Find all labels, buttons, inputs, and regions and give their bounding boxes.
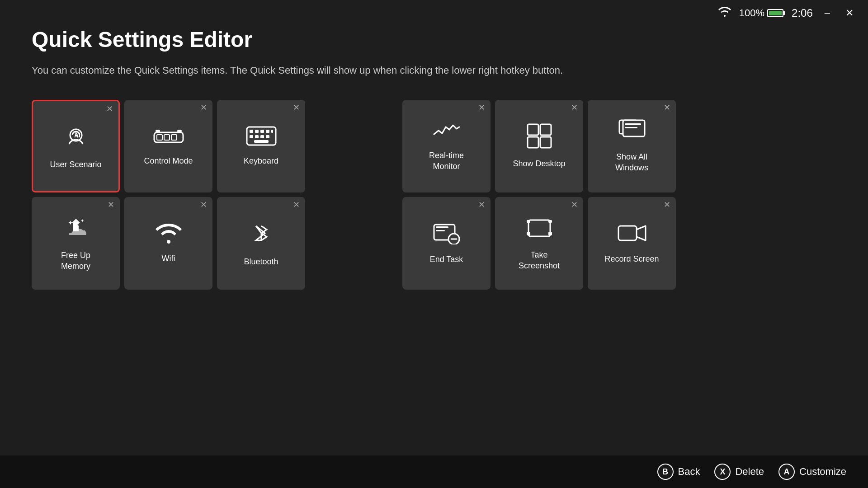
close-bluetooth[interactable]: ✕ — [293, 201, 300, 209]
battery-indicator: 100% — [739, 7, 783, 19]
free-up-memory-icon: ✦ ✦ ✦ — [63, 215, 89, 244]
svg-rect-11 — [260, 130, 264, 133]
close-show-desktop[interactable]: ✕ — [571, 103, 578, 112]
minimize-button[interactable]: – — [821, 5, 834, 21]
battery-box — [767, 9, 783, 17]
show-all-windows-icon — [618, 119, 646, 145]
grid-item-control-mode[interactable]: ✕ Control Mode — [124, 100, 212, 192]
svg-rect-5 — [171, 135, 177, 140]
record-screen-label: Record Screen — [604, 254, 659, 264]
bluetooth-label: Bluetooth — [244, 257, 278, 267]
take-screenshot-label: TakeScreenshot — [519, 250, 560, 271]
page-content: Quick Settings Editor You can customize … — [0, 0, 868, 290]
record-screen-icon — [618, 222, 646, 248]
end-task-icon — [433, 222, 460, 248]
svg-rect-39 — [548, 232, 552, 235]
svg-rect-26 — [625, 127, 637, 128]
show-desktop-icon — [527, 123, 552, 152]
realtime-monitor-icon — [432, 121, 461, 144]
delete-action[interactable]: X Delete — [714, 464, 764, 480]
back-label: Back — [678, 466, 700, 478]
svg-rect-17 — [266, 135, 269, 138]
grid-item-free-up-memory[interactable]: ✕ ✦ ✦ ✦ Free UpMemory — [32, 197, 120, 290]
svg-rect-37 — [548, 220, 552, 223]
close-take-screenshot[interactable]: ✕ — [571, 201, 578, 209]
svg-text:✦: ✦ — [80, 218, 84, 223]
user-scenario-label: User Scenario — [50, 160, 101, 170]
battery-fill — [769, 11, 782, 15]
back-action[interactable]: B Back — [657, 464, 700, 480]
grid-gap-2 — [310, 197, 398, 290]
svg-rect-20 — [540, 124, 551, 135]
grid-item-record-screen[interactable]: ✕ Record Screen — [588, 197, 676, 290]
svg-rect-3 — [157, 135, 162, 140]
grid-item-keyboard[interactable]: ✕ Keyboar — [217, 100, 305, 192]
close-show-all-windows[interactable]: ✕ — [664, 103, 670, 112]
svg-rect-4 — [164, 135, 170, 140]
grid-item-realtime-monitor[interactable]: ✕ Real-timeMonitor — [402, 100, 491, 192]
svg-rect-9 — [250, 130, 253, 133]
svg-rect-40 — [618, 226, 637, 240]
close-keyboard[interactable]: ✕ — [293, 103, 300, 112]
delete-label: Delete — [735, 466, 764, 478]
svg-rect-13 — [271, 130, 273, 133]
svg-rect-35 — [528, 220, 550, 236]
bottom-bar: B Back X Delete A Customize — [0, 455, 868, 488]
grid-item-end-task[interactable]: ✕ End Task — [402, 197, 491, 290]
a-button[interactable]: A — [778, 464, 795, 480]
svg-text:AI: AI — [74, 131, 80, 139]
customize-action[interactable]: A Customize — [778, 464, 846, 480]
close-end-task[interactable]: ✕ — [478, 201, 485, 209]
grid-gap-1 — [310, 100, 398, 192]
close-record-screen[interactable]: ✕ — [664, 201, 670, 209]
clock: 2:06 — [792, 7, 813, 19]
svg-rect-15 — [255, 135, 259, 138]
close-user-scenario[interactable]: ✕ — [106, 105, 113, 113]
battery-pct-text: 100% — [739, 7, 764, 19]
quick-settings-grid: ✕ AI User Scenario ✕ — [32, 100, 836, 290]
close-control-mode[interactable]: ✕ — [200, 103, 207, 112]
grid-item-show-all-windows[interactable]: ✕ Show AllWindows — [588, 100, 676, 192]
wifi-label: Wifi — [162, 253, 175, 264]
grid-item-user-scenario[interactable]: ✕ AI User Scenario — [32, 100, 120, 192]
keyboard-label: Keyboard — [244, 156, 278, 166]
svg-rect-12 — [266, 130, 269, 133]
svg-rect-7 — [177, 130, 182, 132]
bluetooth-icon — [252, 220, 270, 250]
end-task-label: End Task — [430, 254, 463, 265]
grid-item-take-screenshot[interactable]: ✕ TakeScreenshot — [495, 197, 583, 290]
svg-rect-36 — [527, 220, 530, 223]
svg-rect-22 — [540, 137, 551, 148]
svg-rect-38 — [527, 232, 530, 235]
b-button[interactable]: B — [657, 464, 674, 480]
free-up-memory-label: Free UpMemory — [61, 250, 90, 272]
svg-rect-32 — [436, 230, 445, 231]
wifi-status-icon — [718, 7, 731, 19]
close-button[interactable]: ✕ — [842, 5, 857, 21]
svg-rect-21 — [528, 137, 538, 148]
grid-item-wifi[interactable]: ✕ Wifi — [124, 197, 212, 290]
page-title: Quick Settings Editor — [32, 27, 836, 52]
control-mode-icon — [153, 126, 184, 150]
svg-rect-10 — [255, 130, 259, 133]
customize-label: Customize — [799, 466, 846, 478]
x-button[interactable]: X — [714, 464, 731, 480]
page-description: You can customize the Quick Settings ite… — [32, 63, 619, 78]
keyboard-icon — [246, 126, 277, 150]
svg-rect-25 — [625, 123, 641, 125]
grid-item-show-desktop[interactable]: ✕ Show Desktop — [495, 100, 583, 192]
control-mode-label: Control Mode — [144, 156, 193, 166]
show-desktop-label: Show Desktop — [513, 159, 565, 169]
close-realtime-monitor[interactable]: ✕ — [478, 103, 485, 112]
realtime-monitor-label: Real-timeMonitor — [429, 150, 464, 172]
close-wifi[interactable]: ✕ — [200, 201, 207, 209]
svg-rect-6 — [156, 130, 160, 132]
close-free-up-memory[interactable]: ✕ — [108, 201, 114, 209]
svg-rect-19 — [528, 124, 538, 135]
top-bar: 100% 2:06 – ✕ — [708, 0, 868, 26]
grid-row-2: ✕ ✦ ✦ ✦ Free UpMemory ✕ — [32, 197, 836, 290]
svg-rect-2 — [154, 132, 183, 142]
grid-row-1: ✕ AI User Scenario ✕ — [32, 100, 836, 192]
grid-item-bluetooth[interactable]: ✕ Bluetooth — [217, 197, 305, 290]
wifi-icon — [156, 223, 182, 247]
